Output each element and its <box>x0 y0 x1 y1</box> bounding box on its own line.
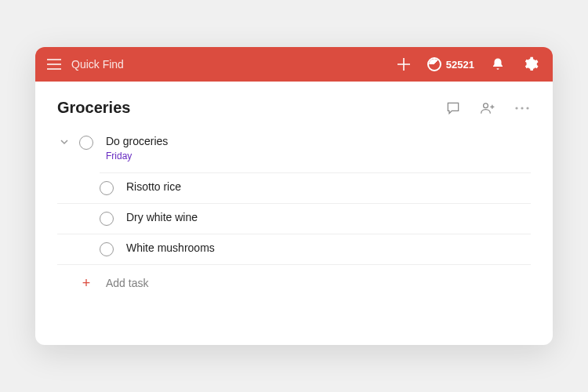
chat-icon <box>445 100 461 116</box>
comments-button[interactable] <box>445 100 462 117</box>
task-checkbox[interactable] <box>100 181 114 195</box>
add-task-button[interactable]: + Add task <box>57 265 531 290</box>
task-row[interactable]: Do groceries Friday <box>57 128 531 169</box>
search-input[interactable]: Quick Find <box>71 58 394 71</box>
content-area: Groceries Do groceries Friday <box>35 82 553 345</box>
add-task-label: Add task <box>106 277 148 289</box>
svg-point-3 <box>526 107 528 109</box>
hamburger-icon <box>47 59 61 70</box>
bell-icon <box>491 57 505 71</box>
karma-button[interactable]: 52521 <box>427 57 474 71</box>
plus-icon <box>397 57 411 71</box>
share-button[interactable] <box>479 100 496 117</box>
more-icon <box>514 106 530 111</box>
app-window: Quick Find 52521 Groceries <box>35 47 553 345</box>
task-row[interactable]: Risotto rice <box>57 173 531 204</box>
list-actions <box>445 100 531 117</box>
svg-point-1 <box>515 107 517 109</box>
chevron-down-icon <box>60 137 69 147</box>
task-row[interactable]: Dry white wine <box>57 204 531 234</box>
notifications-button[interactable] <box>488 55 507 74</box>
topbar: Quick Find 52521 <box>35 47 553 82</box>
svg-point-2 <box>521 107 523 109</box>
task-due-date: Friday <box>106 151 168 162</box>
add-person-icon <box>479 100 496 116</box>
progress-icon <box>427 57 441 71</box>
task-title: Dry white wine <box>126 211 198 223</box>
settings-button[interactable] <box>521 55 540 74</box>
task-checkbox[interactable] <box>79 136 93 150</box>
list-header: Groceries <box>57 99 531 117</box>
topbar-actions: 52521 <box>394 55 540 74</box>
svg-point-0 <box>484 103 488 107</box>
task-checkbox[interactable] <box>100 212 114 226</box>
plus-icon: + <box>79 276 93 290</box>
more-button[interactable] <box>514 100 531 117</box>
task-body: Do groceries Friday <box>106 135 168 162</box>
list-title: Groceries <box>57 99 445 117</box>
karma-count: 52521 <box>446 59 474 71</box>
task-row[interactable]: White mushrooms <box>57 234 531 265</box>
task-checkbox[interactable] <box>100 242 114 256</box>
task-title: Do groceries <box>106 135 168 147</box>
menu-button[interactable] <box>43 53 65 75</box>
quick-add-button[interactable] <box>394 55 413 74</box>
task-title: White mushrooms <box>126 241 215 254</box>
task-title: Risotto rice <box>126 180 181 193</box>
expand-toggle[interactable] <box>57 137 71 147</box>
gear-icon <box>523 56 539 72</box>
